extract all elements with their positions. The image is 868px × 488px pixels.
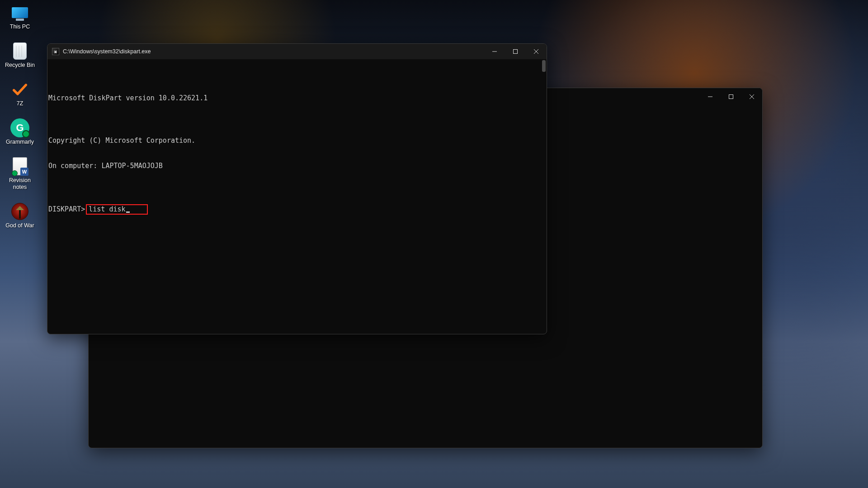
prompt-text: DISKPART> [48, 205, 85, 214]
svg-rect-5 [514, 50, 518, 54]
svg-rect-1 [729, 95, 733, 99]
desktop-icon-7z[interactable]: 7Z [2, 80, 38, 107]
desktop-icon-god-of-war[interactable]: God of War [2, 202, 38, 229]
desktop-icon-label: Grammarly [6, 139, 34, 145]
command-highlight-box: list disk [86, 204, 147, 215]
terminal-prompt-line: DISKPART> list disk [47, 204, 547, 215]
bin-icon [13, 42, 27, 60]
terminal-line-copyright: Copyright (C) Microsoft Corporation. [47, 136, 547, 145]
desktop[interactable]: This PC Recycle Bin 7Z G Grammarly Revis… [0, 0, 868, 488]
terminal-line-version: Microsoft DiskPart version 10.0.22621.1 [47, 94, 547, 103]
desktop-icon-label: God of War [5, 222, 34, 229]
maximize-button[interactable] [505, 44, 526, 59]
desktop-icon-label: Revision notes [9, 177, 31, 191]
gow-icon [11, 203, 28, 220]
command-text: list disk [89, 205, 125, 214]
minimize-button[interactable] [700, 88, 721, 105]
desktop-icon-recycle-bin[interactable]: Recycle Bin [2, 42, 38, 69]
desktop-icons-column: This PC Recycle Bin 7Z G Grammarly Revis… [2, 4, 38, 229]
maximize-button[interactable] [721, 88, 741, 105]
close-button[interactable] [741, 88, 762, 105]
desktop-icon-this-pc[interactable]: This PC [2, 4, 38, 30]
window-controls [484, 44, 547, 59]
window-title: C:\Windows\system32\diskpart.exe [63, 48, 484, 55]
desktop-icon-revision-notes[interactable]: Revision notes [2, 157, 38, 191]
terminal-line-computer: On computer: LAPTOP-5MAOJOJB [47, 162, 547, 170]
desktop-icon-label: This PC [10, 23, 30, 30]
doc-icon [13, 157, 27, 175]
desktop-icon-grammarly[interactable]: G Grammarly [2, 119, 38, 145]
minimize-button[interactable] [484, 44, 505, 59]
diskpart-window[interactable]: ▣ C:\Windows\system32\diskpart.exe Micro… [47, 43, 547, 334]
grammarly-icon: G [10, 118, 29, 137]
cursor-icon [126, 211, 130, 213]
monitor-icon [12, 7, 28, 18]
titlebar[interactable]: ▣ C:\Windows\system32\diskpart.exe [47, 44, 547, 59]
window-controls [700, 88, 762, 105]
terminal-body[interactable]: Microsoft DiskPart version 10.0.22621.1 … [47, 59, 547, 231]
app-icon: ▣ [52, 48, 59, 55]
desktop-icon-label: 7Z [17, 100, 24, 107]
close-button[interactable] [526, 44, 547, 59]
check-icon [11, 80, 29, 99]
desktop-icon-label: Recycle Bin [5, 62, 35, 69]
